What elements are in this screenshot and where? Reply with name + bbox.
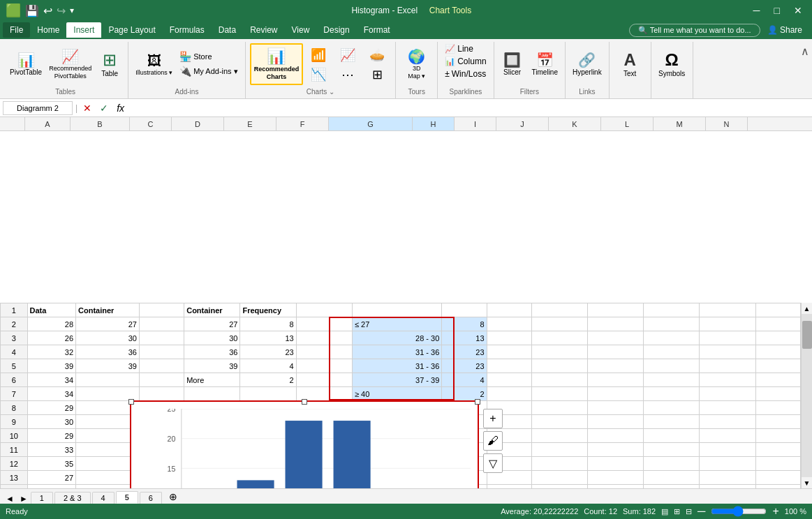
menu-insert[interactable]: Insert	[66, 22, 101, 38]
menu-view[interactable]: View	[285, 22, 317, 38]
scroll-track[interactable]	[802, 314, 812, 477]
cell-L3[interactable]	[644, 331, 700, 345]
cell-L1[interactable]	[644, 303, 700, 317]
cell-E6[interactable]: 2	[240, 373, 296, 387]
cell-N6[interactable]	[755, 373, 800, 387]
symbols-btn[interactable]: Ω Symbols	[656, 43, 688, 85]
maximize-btn[interactable]: □	[770, 3, 784, 17]
menu-home[interactable]: Home	[30, 22, 66, 38]
cell-A6[interactable]: 34	[27, 373, 76, 387]
cell-J7[interactable]	[531, 387, 587, 401]
col-header-G[interactable]: G	[329, 117, 413, 130]
cell-M12[interactable]	[700, 457, 755, 471]
cell-J3[interactable]	[531, 331, 587, 345]
cell-N7[interactable]	[755, 387, 800, 401]
minimize-btn[interactable]: ─	[749, 3, 765, 17]
cell-E4[interactable]: 23	[240, 345, 296, 359]
cell-N1[interactable]	[755, 303, 800, 317]
cell-C1[interactable]	[140, 303, 184, 317]
cell-L8[interactable]	[644, 401, 700, 415]
col-header-A[interactable]: A	[25, 117, 71, 130]
cell-L6[interactable]	[644, 373, 700, 387]
tab-4[interactable]: 4	[92, 492, 115, 504]
cell-M9[interactable]	[700, 415, 755, 429]
cell-H4[interactable]: 23	[442, 345, 487, 359]
cell-K7[interactable]	[587, 387, 643, 401]
scroll-thumb[interactable]	[802, 321, 812, 349]
scroll-tabs-left[interactable]: ◄	[3, 494, 17, 504]
more-charts-btn[interactable]: ⊞	[363, 66, 391, 84]
cell-N8[interactable]	[755, 401, 800, 415]
cell-M4[interactable]	[700, 345, 755, 359]
cell-M14[interactable]	[700, 485, 755, 489]
cell-F3[interactable]	[296, 331, 352, 345]
scatter-chart-btn[interactable]: ⋯	[334, 66, 362, 84]
table-btn[interactable]: ⊞ Table	[96, 43, 124, 85]
recommended-pivots-btn[interactable]: 📈 RecommendedPivotTables	[46, 43, 94, 85]
cell-A13[interactable]: 27	[27, 471, 76, 485]
cell-J9[interactable]	[531, 415, 587, 429]
cell-D3[interactable]: 30	[184, 331, 240, 345]
cell-A3[interactable]: 26	[27, 331, 76, 345]
cell-G5[interactable]: 31 - 36	[352, 359, 441, 373]
tab-6[interactable]: 6	[140, 492, 162, 504]
cell-B6[interactable]	[76, 373, 140, 387]
cell-J14[interactable]	[531, 485, 587, 489]
cell-K5[interactable]	[587, 359, 643, 373]
3d-map-btn[interactable]: 🌍 3DMap ▾	[403, 43, 431, 85]
cell-D7[interactable]	[184, 387, 240, 401]
cell-K3[interactable]	[587, 331, 643, 345]
cell-J8[interactable]	[531, 401, 587, 415]
vertical-scrollbar[interactable]: ▲ ▼	[801, 303, 812, 488]
col-header-E[interactable]: E	[224, 117, 276, 130]
cell-H5[interactable]: 23	[442, 359, 487, 373]
menu-review[interactable]: Review	[243, 22, 284, 38]
cell-J12[interactable]	[531, 457, 587, 471]
hyperlink-btn[interactable]: 🔗 Hyperlink	[570, 43, 605, 85]
formula-icon[interactable]: fx	[114, 102, 127, 114]
cell-M2[interactable]	[700, 317, 755, 331]
cell-L2[interactable]	[644, 317, 700, 331]
cell-I1[interactable]	[487, 303, 531, 317]
chart-container[interactable]: 0 5 10 15 20	[130, 400, 479, 488]
cell-N9[interactable]	[755, 415, 800, 429]
cell-E2[interactable]: 8	[240, 317, 296, 331]
cell-A9[interactable]: 30	[27, 415, 76, 429]
menu-design[interactable]: Design	[316, 22, 356, 38]
menu-format[interactable]: Format	[357, 22, 397, 38]
cell-H6[interactable]: 4	[442, 373, 487, 387]
cell-L13[interactable]	[644, 471, 700, 485]
cell-I2[interactable]	[487, 317, 531, 331]
col-header-H[interactable]: H	[413, 117, 455, 130]
chart-filter-btn[interactable]: ▽	[483, 453, 503, 473]
cell-M7[interactable]	[700, 387, 755, 401]
cell-A8[interactable]: 29	[27, 401, 76, 415]
line-chart-btn[interactable]: 📈	[334, 46, 362, 64]
cell-A7[interactable]: 34	[27, 387, 76, 401]
col-header-M[interactable]: M	[654, 117, 706, 130]
cell-K4[interactable]	[587, 345, 643, 359]
cell-J10[interactable]	[531, 429, 587, 443]
cell-C2[interactable]	[140, 317, 184, 331]
cell-C5[interactable]	[140, 359, 184, 373]
cell-F5[interactable]	[296, 359, 352, 373]
tab-1[interactable]: 1	[31, 492, 53, 504]
cell-A2[interactable]: 28	[27, 317, 76, 331]
col-header-N[interactable]: N	[706, 117, 748, 130]
close-btn[interactable]: ✕	[790, 3, 806, 17]
cell-A12[interactable]: 35	[27, 457, 76, 471]
cell-K11[interactable]	[587, 443, 643, 457]
cell-A10[interactable]: 29	[27, 429, 76, 443]
cell-N11[interactable]	[755, 443, 800, 457]
cell-H1[interactable]	[442, 303, 487, 317]
confirm-icon[interactable]: ✓	[97, 102, 111, 114]
cell-G6[interactable]: 37 - 39	[352, 373, 441, 387]
cell-L7[interactable]	[644, 387, 700, 401]
store-btn[interactable]: 🏪 Store	[177, 50, 240, 63]
cell-M5[interactable]	[700, 359, 755, 373]
menu-formulas[interactable]: Formulas	[163, 22, 212, 38]
column-chart-btn[interactable]: 📶	[304, 46, 332, 64]
scroll-down-btn[interactable]: ▼	[802, 477, 812, 488]
cell-F4[interactable]	[296, 345, 352, 359]
name-box[interactable]	[3, 101, 73, 115]
